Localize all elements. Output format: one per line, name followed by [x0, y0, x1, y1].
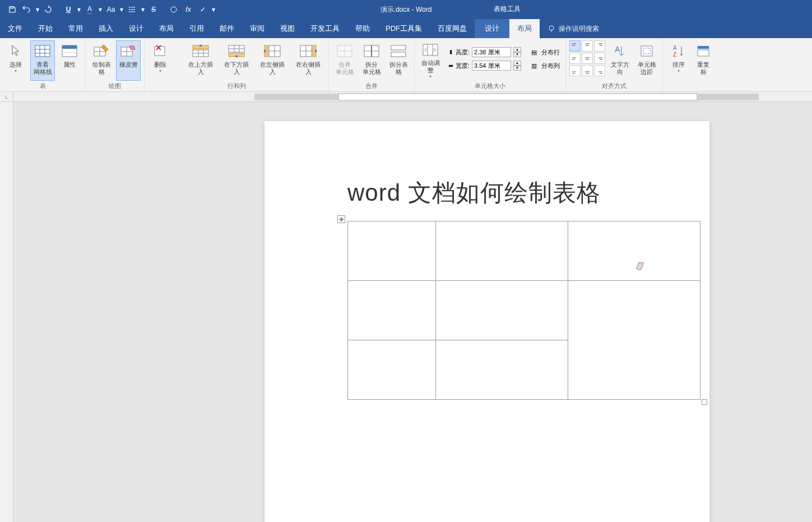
- vertical-ruler[interactable]: [0, 102, 13, 522]
- align-top-center[interactable]: [582, 40, 593, 52]
- qat-more-dropdown[interactable]: ▾: [211, 3, 216, 16]
- draw-table-button[interactable]: 绘制表格: [89, 40, 114, 81]
- table-cell[interactable]: [568, 281, 700, 400]
- repeat-header-button[interactable]: 重复标: [693, 40, 713, 81]
- svg-text:Z: Z: [673, 52, 676, 58]
- sort-button[interactable]: AZ 排序 ▾: [666, 40, 691, 81]
- table-cell[interactable]: [435, 281, 568, 340]
- cell-margins-button[interactable]: 单元格 边距: [634, 40, 659, 81]
- align-top-left[interactable]: [569, 40, 581, 52]
- tell-me-search[interactable]: 操作说明搜索: [540, 19, 599, 38]
- table-cell[interactable]: [435, 340, 568, 400]
- document-table[interactable]: [347, 221, 700, 400]
- formula-button[interactable]: fx: [182, 3, 195, 16]
- table-resize-handle[interactable]: [702, 399, 707, 405]
- change-case-dropdown[interactable]: ▾: [119, 3, 124, 16]
- tab-file[interactable]: 文件: [0, 19, 30, 38]
- merge-icon: [336, 42, 354, 60]
- tab-table-design[interactable]: 设计: [475, 19, 509, 38]
- insert-above-icon: [192, 42, 210, 60]
- width-down[interactable]: ▼: [513, 66, 521, 71]
- table-cell[interactable]: [348, 281, 436, 340]
- width-up[interactable]: ▲: [513, 61, 521, 66]
- tab-mailings[interactable]: 邮件: [212, 19, 242, 38]
- tab-layout[interactable]: 布局: [151, 19, 182, 38]
- delete-button[interactable]: 删除 ▾: [148, 40, 173, 81]
- autofit-icon: [421, 42, 439, 58]
- ribbon-group-merge: 合并 单元格 拆分 单元格 拆分表格 合并: [329, 38, 415, 91]
- insert-below-button[interactable]: 在下方插入: [220, 40, 253, 81]
- svg-rect-84: [697, 94, 759, 100]
- save-button[interactable]: [6, 3, 19, 16]
- redo-button[interactable]: [41, 3, 55, 16]
- tab-insert[interactable]: 插入: [91, 19, 121, 38]
- view-gridlines-button[interactable]: 查看 网格线: [30, 40, 55, 81]
- tab-home[interactable]: 开始: [30, 19, 61, 38]
- table-cell[interactable]: [568, 221, 700, 281]
- distribute-rows-icon: ▤: [529, 47, 539, 57]
- list-button[interactable]: [126, 3, 139, 16]
- merge-cells-button: 合并 单元格: [332, 40, 357, 81]
- change-case-button[interactable]: Aa: [104, 3, 118, 16]
- insert-above-button[interactable]: 在上方插入: [184, 40, 217, 81]
- horizontal-ruler[interactable]: [13, 92, 812, 102]
- height-down[interactable]: ▼: [513, 52, 521, 57]
- list-dropdown[interactable]: ▾: [140, 3, 146, 16]
- tab-review[interactable]: 审阅: [242, 19, 272, 38]
- tab-pdf-tools[interactable]: PDF工具集: [378, 19, 430, 38]
- distribute-cols-button[interactable]: ▥ 分布列: [527, 59, 562, 72]
- table-cell[interactable]: [348, 221, 436, 281]
- table-cell[interactable]: [348, 340, 436, 400]
- ribbon: 选择 ▾ 查看 网格线 属性 表 绘制表格 橡皮擦 绘图: [0, 38, 812, 92]
- svg-rect-10: [35, 45, 50, 57]
- check-button[interactable]: ✓: [196, 3, 210, 16]
- font-color-dropdown[interactable]: ▾: [98, 3, 103, 16]
- width-input[interactable]: [472, 61, 511, 71]
- autofit-button[interactable]: 自动调整 ▾: [418, 40, 443, 81]
- properties-button[interactable]: 属性: [57, 40, 82, 81]
- table-row[interactable]: [348, 281, 700, 340]
- tab-help[interactable]: 帮助: [347, 19, 378, 38]
- align-middle-center[interactable]: [582, 53, 593, 64]
- table-row[interactable]: [348, 221, 700, 281]
- document-canvas[interactable]: word 文档如何绘制表格 ✥: [13, 102, 812, 522]
- align-top-right[interactable]: [594, 40, 605, 52]
- text-direction-button[interactable]: A 文字方向: [607, 40, 632, 81]
- height-up[interactable]: ▲: [513, 47, 521, 52]
- table-cell[interactable]: [435, 221, 568, 281]
- distribute-rows-button[interactable]: ▤ 分布行: [527, 46, 562, 58]
- split-cells-button[interactable]: 拆分 单元格: [359, 40, 384, 81]
- insert-right-button[interactable]: 在右侧插入: [291, 40, 325, 81]
- undo-dropdown[interactable]: ▾: [35, 3, 40, 16]
- text-direction-icon: A: [611, 42, 629, 60]
- align-bottom-left[interactable]: [569, 65, 581, 76]
- underline-button[interactable]: U: [62, 3, 75, 16]
- eraser-button[interactable]: 橡皮擦: [116, 40, 141, 81]
- tab-references[interactable]: 引用: [182, 19, 212, 38]
- split-table-button[interactable]: 拆分表格: [386, 40, 411, 81]
- tab-design[interactable]: 设计: [121, 19, 151, 38]
- svg-point-4: [129, 7, 130, 8]
- document-heading[interactable]: word 文档如何绘制表格: [347, 177, 627, 209]
- tab-table-layout[interactable]: 布局: [509, 19, 540, 38]
- height-icon: ⬍: [448, 49, 453, 56]
- tab-developer[interactable]: 开发工具: [303, 19, 347, 38]
- align-middle-right[interactable]: [594, 53, 605, 64]
- tab-view[interactable]: 视图: [272, 19, 303, 38]
- align-bottom-center[interactable]: [582, 65, 593, 76]
- insert-left-button[interactable]: 在左侧插入: [256, 40, 289, 81]
- strikethrough-button[interactable]: S: [147, 3, 160, 16]
- svg-rect-82: [254, 94, 338, 100]
- font-color-button[interactable]: A: [83, 3, 96, 16]
- ribbon-group-alignment: A 文字方向 单元格 边距 对齐方式: [566, 38, 663, 91]
- select-button[interactable]: 选择 ▾: [3, 40, 28, 81]
- tab-common[interactable]: 常用: [61, 19, 91, 38]
- underline-dropdown[interactable]: ▾: [76, 3, 82, 16]
- align-middle-left[interactable]: [569, 53, 581, 64]
- tab-baidu[interactable]: 百度网盘: [430, 19, 475, 38]
- shape-button[interactable]: [167, 3, 180, 16]
- height-input[interactable]: [472, 47, 511, 57]
- align-bottom-right[interactable]: [594, 65, 605, 76]
- table-move-handle[interactable]: ✥: [337, 215, 345, 223]
- undo-button[interactable]: [20, 3, 34, 16]
